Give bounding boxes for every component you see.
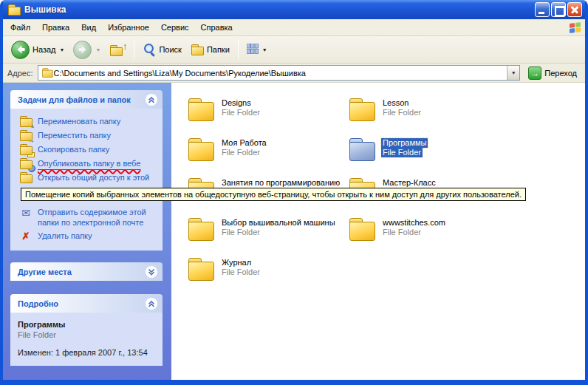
menu-edit[interactable]: Правка bbox=[36, 21, 75, 34]
file-item-programmy-selected[interactable]: Программы File Folder bbox=[349, 137, 510, 177]
task-label: Переместить папку bbox=[38, 130, 111, 140]
folder-icon-selected bbox=[349, 137, 375, 160]
other-places-title: Другие места bbox=[18, 268, 72, 276]
toolbar-separator bbox=[238, 40, 239, 59]
collapse-chevron-icon[interactable] bbox=[145, 297, 158, 310]
details-header[interactable]: Подробно bbox=[10, 294, 163, 313]
address-value[interactable]: C:\Documents and Settings\Liza\My Docume… bbox=[54, 69, 507, 78]
forward-dropdown-icon[interactable]: ▼ bbox=[95, 47, 100, 52]
task-email-folder[interactable]: ✉ Отправить содержимое этой папки по эле… bbox=[13, 205, 160, 229]
file-name: Designs bbox=[220, 98, 253, 108]
back-label: Назад bbox=[33, 45, 56, 54]
panel-details: Подробно Программы File Folder Изменен: … bbox=[10, 294, 163, 366]
back-arrow-icon bbox=[11, 41, 30, 59]
menu-view[interactable]: Вид bbox=[75, 21, 102, 34]
file-item-moya-rabota[interactable]: Моя Работа File Folder bbox=[188, 137, 349, 177]
toolbar-separator bbox=[134, 40, 134, 59]
forward-button[interactable]: ▼ bbox=[69, 38, 104, 61]
folder-icon bbox=[349, 217, 375, 240]
minimize-button[interactable] bbox=[535, 2, 550, 17]
address-bar: Адрес: C:\Documents and Settings\Liza\My… bbox=[3, 64, 585, 83]
file-item-wwwstitches[interactable]: wwwstitches.com File Folder bbox=[349, 217, 510, 257]
file-type: File Folder bbox=[220, 228, 261, 237]
file-type: File Folder bbox=[381, 228, 423, 237]
publish-folder-icon bbox=[19, 158, 33, 169]
folder-icon bbox=[188, 217, 214, 240]
file-name: Занятия по программированию bbox=[220, 178, 341, 188]
views-button[interactable]: ▼ bbox=[243, 41, 271, 58]
window-title: Вышивка bbox=[24, 4, 533, 15]
windows-logo-icon bbox=[570, 22, 581, 33]
file-name: Моя Работа bbox=[220, 138, 268, 148]
file-item-zhurnal[interactable]: Журнал File Folder bbox=[188, 257, 349, 297]
task-label: Удалить папку bbox=[38, 231, 92, 241]
views-dropdown-icon[interactable]: ▼ bbox=[262, 47, 267, 52]
details-body: Программы File Folder Изменен: 1 февраля… bbox=[10, 313, 163, 366]
delete-folder-icon: ✗ bbox=[19, 231, 33, 242]
menu-bar: Файл Правка Вид Избранное Сервис Справка bbox=[3, 19, 585, 36]
search-label: Поиск bbox=[159, 45, 181, 54]
back-button[interactable]: Назад ▼ bbox=[7, 38, 68, 61]
file-name: Программы bbox=[381, 138, 428, 148]
content-area: Задачи для файлов и папок Переименовать … bbox=[3, 83, 585, 380]
task-publish-folder[interactable]: Опубликовать папку в вебе bbox=[13, 157, 160, 171]
toolbar: Назад ▼ ▼ ↑ Поиск Папки bbox=[3, 36, 585, 64]
go-button[interactable]: → Переход bbox=[524, 65, 581, 81]
folder-icon bbox=[349, 98, 375, 120]
back-dropdown-icon[interactable]: ▼ bbox=[60, 47, 65, 52]
task-rename-folder[interactable]: Переименовать папку bbox=[13, 115, 160, 129]
folder-icon bbox=[188, 98, 214, 120]
copy-folder-icon bbox=[19, 144, 33, 155]
task-delete-folder[interactable]: ✗ Удалить папку bbox=[13, 229, 160, 243]
file-item-designs[interactable]: Designs File Folder bbox=[188, 98, 349, 137]
file-name: Lesson bbox=[381, 98, 410, 108]
task-move-folder[interactable]: Переместить папку bbox=[13, 129, 160, 143]
file-item-vybor-mashiny[interactable]: Выбор вышивальной машины File Folder bbox=[188, 217, 349, 257]
file-name: Мастер-Класс bbox=[381, 178, 437, 188]
rename-folder-icon bbox=[19, 116, 33, 127]
menu-help[interactable]: Справка bbox=[195, 21, 239, 34]
task-label: Переименовать папку bbox=[38, 116, 120, 126]
maximize-button[interactable] bbox=[551, 2, 566, 17]
menu-file[interactable]: Файл bbox=[4, 21, 36, 34]
file-item-lesson[interactable]: Lesson File Folder bbox=[349, 98, 510, 137]
details-item-name: Программы bbox=[18, 320, 157, 329]
move-folder-icon bbox=[19, 130, 33, 141]
file-type: File Folder bbox=[381, 108, 423, 117]
expand-chevron-icon[interactable] bbox=[145, 265, 158, 279]
search-icon bbox=[143, 43, 156, 56]
file-type: File Folder bbox=[381, 148, 423, 157]
file-tasks-header[interactable]: Задачи для файлов и папок bbox=[10, 90, 163, 109]
folders-button[interactable]: Папки bbox=[187, 42, 233, 58]
address-dropdown-icon[interactable]: ▼ bbox=[507, 66, 519, 80]
address-folder-icon bbox=[41, 68, 52, 78]
task-copy-folder[interactable]: Скопировать папку bbox=[13, 143, 160, 157]
menu-favorites[interactable]: Избранное bbox=[102, 21, 155, 34]
views-icon bbox=[247, 44, 259, 55]
collapse-chevron-icon[interactable] bbox=[145, 93, 158, 106]
file-type: File Folder bbox=[220, 268, 261, 277]
details-item-type: File Folder bbox=[18, 330, 157, 339]
go-label: Переход bbox=[544, 69, 577, 78]
task-label: Открыть общий доступ к этой bbox=[38, 172, 149, 183]
search-button[interactable]: Поиск bbox=[139, 41, 185, 58]
file-list-area: Designs File Folder Lesson File Folder bbox=[171, 83, 585, 380]
task-share-folder[interactable]: Открыть общий доступ к этой bbox=[13, 171, 160, 185]
task-label: Скопировать папку bbox=[38, 144, 109, 154]
go-arrow-icon: → bbox=[528, 67, 541, 80]
up-button[interactable]: ↑ bbox=[106, 41, 129, 58]
file-tasks-body: Переименовать папку Переместить папку Ск… bbox=[10, 109, 163, 251]
file-tasks-title: Задачи для файлов и папок bbox=[18, 95, 131, 104]
address-input[interactable]: C:\Documents and Settings\Liza\My Docume… bbox=[38, 65, 521, 81]
panel-file-tasks: Задачи для файлов и папок Переименовать … bbox=[10, 90, 163, 251]
file-name: Журнал bbox=[220, 258, 253, 268]
close-button[interactable] bbox=[567, 2, 582, 17]
folder-icon bbox=[188, 137, 214, 160]
folder-icon bbox=[188, 257, 214, 280]
up-folder-icon: ↑ bbox=[109, 43, 126, 56]
details-title: Подробно bbox=[18, 299, 58, 308]
menu-tools[interactable]: Сервис bbox=[155, 21, 195, 34]
other-places-header[interactable]: Другие места bbox=[10, 262, 163, 281]
share-folder-icon bbox=[19, 172, 33, 183]
panel-other-places: Другие места bbox=[10, 262, 163, 281]
